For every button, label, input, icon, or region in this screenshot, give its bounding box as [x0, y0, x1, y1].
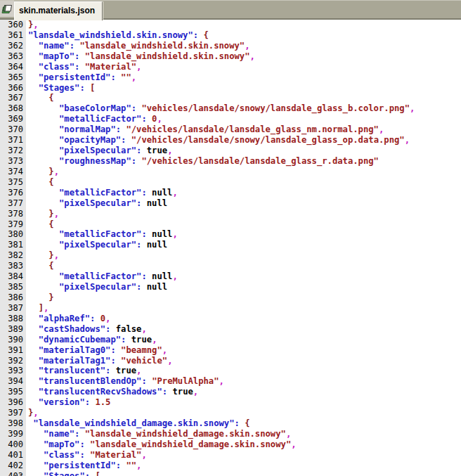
line-number: 362	[0, 41, 26, 51]
code-line[interactable]: ],	[28, 303, 461, 314]
line-number: 375	[0, 177, 26, 188]
line-number: 365	[0, 72, 26, 83]
line-number: 384	[0, 271, 26, 282]
line-number: 363	[0, 51, 26, 62]
line-number: 378	[0, 209, 26, 219]
code-line[interactable]: "pixelSpecular": null	[28, 282, 461, 292]
line-number: 366	[0, 83, 26, 94]
line-number: 401	[0, 450, 26, 461]
code-line[interactable]: "dynamicCubemap": true,	[28, 335, 461, 345]
code-line[interactable]: "mapTo": "lansdale_windshield_damage.ski…	[28, 439, 461, 450]
line-number-gutter: 3603613623633643653663673683693703713723…	[0, 20, 26, 476]
tab-skin-materials-json[interactable]: skin.materials.json	[14, 1, 103, 20]
code-line[interactable]: "pixelSpecular": null	[28, 198, 461, 209]
code-line[interactable]: "persistentId": "",	[28, 72, 461, 83]
line-number: 368	[0, 103, 26, 114]
code-line[interactable]: "castShadows": false,	[28, 324, 461, 335]
line-number: 373	[0, 156, 26, 167]
line-number: 397	[0, 408, 26, 418]
code-line[interactable]: },	[28, 408, 461, 418]
code-line[interactable]: {	[28, 177, 461, 188]
code-line[interactable]: }	[28, 292, 461, 303]
code-line[interactable]: },	[28, 167, 461, 177]
line-number: 393	[0, 366, 26, 376]
line-number: 396	[0, 397, 26, 408]
line-number: 371	[0, 135, 26, 146]
editor[interactable]: 3603613623633643653663673683693703713723…	[0, 20, 461, 476]
code-line[interactable]: "lansdale_windshield.skin.snowy": {	[28, 30, 461, 41]
code-line[interactable]: "version": 1.5	[28, 397, 461, 408]
tab-bar: skin.materials.json	[0, 0, 461, 20]
code-line[interactable]: "persistentId": "",	[28, 461, 461, 471]
line-number: 399	[0, 429, 26, 439]
code-line[interactable]: },	[28, 20, 461, 30]
code-line[interactable]: "class": "Material",	[28, 450, 461, 461]
code-line[interactable]: "translucentRecvShadows": true,	[28, 387, 461, 397]
code-line[interactable]: {	[28, 261, 461, 271]
line-number: 382	[0, 250, 26, 261]
line-number: 403	[0, 471, 26, 476]
code-line[interactable]: "translucentBlendOp": "PreMulAlpha",	[28, 376, 461, 387]
code-line[interactable]: "lansdale_windshield_damage.skin.snowy":…	[28, 418, 461, 429]
line-number: 370	[0, 124, 26, 135]
code-line[interactable]: "normalMap": "/vehicles/lansdale/lansdal…	[28, 124, 461, 135]
line-number: 380	[0, 229, 26, 240]
file-icon-zone	[0, 1, 14, 17]
line-number: 381	[0, 240, 26, 250]
line-number: 361	[0, 30, 26, 41]
code-line[interactable]: },	[28, 209, 461, 219]
code-line[interactable]: },	[28, 250, 461, 261]
code-line[interactable]: "Stages": [	[28, 83, 461, 94]
code-line[interactable]: "class": "Material",	[28, 62, 461, 72]
code-line[interactable]: {	[28, 219, 461, 230]
code-line[interactable]: "opacityMap": "/vehicles/lansdale/snowy/…	[28, 135, 461, 146]
code-area[interactable]: },"lansdale_windshield.skin.snowy": { "n…	[26, 20, 461, 476]
code-line[interactable]: "materialTag1": "vehicle",	[28, 356, 461, 366]
line-number: 372	[0, 146, 26, 156]
line-number: 385	[0, 282, 26, 292]
line-number: 398	[0, 418, 26, 429]
line-number: 377	[0, 198, 26, 209]
code-line[interactable]: {	[28, 93, 461, 103]
code-line[interactable]: "mapTo": "lansdale_windshield.skin.snowy…	[28, 51, 461, 62]
line-number: 379	[0, 219, 26, 230]
code-line[interactable]: "roughnessMap": "/vehicles/lansdale/lans…	[28, 156, 461, 167]
line-number: 386	[0, 292, 26, 303]
line-number: 388	[0, 314, 26, 324]
line-number: 369	[0, 114, 26, 124]
code-line[interactable]: "metallicFactor": 0,	[28, 114, 461, 124]
line-number: 391	[0, 345, 26, 356]
line-number: 392	[0, 356, 26, 366]
line-number: 390	[0, 335, 26, 345]
line-number: 364	[0, 62, 26, 72]
line-number: 394	[0, 376, 26, 387]
line-number: 387	[0, 303, 26, 314]
code-line[interactable]: "pixelSpecular": true,	[28, 146, 461, 156]
line-number: 360	[0, 20, 26, 30]
line-number: 402	[0, 461, 26, 471]
tab-strip-filler	[103, 1, 461, 20]
line-number: 395	[0, 387, 26, 397]
line-number: 367	[0, 93, 26, 103]
code-line[interactable]: "Stages": [	[28, 471, 461, 476]
code-line[interactable]: "name": "lansdale_windshield.skin.snowy"…	[28, 41, 461, 51]
code-line[interactable]: "name": "lansdale_windshield_damage.skin…	[28, 429, 461, 439]
code-line[interactable]: "translucent": true,	[28, 366, 461, 376]
document-icon	[1, 4, 13, 14]
line-number: 383	[0, 261, 26, 271]
line-number: 400	[0, 439, 26, 450]
code-line[interactable]: "metallicFactor": null,	[28, 188, 461, 198]
code-line[interactable]: "alphaRef": 0,	[28, 314, 461, 324]
code-line[interactable]: "metallicFactor": null,	[28, 271, 461, 282]
code-line[interactable]: "materialTag0": "beamng",	[28, 345, 461, 356]
line-number: 376	[0, 188, 26, 198]
code-line[interactable]: "pixelSpecular": null	[28, 240, 461, 250]
tab-label: skin.materials.json	[19, 6, 95, 15]
line-number: 374	[0, 167, 26, 177]
code-line[interactable]: "metallicFactor": null,	[28, 229, 461, 240]
code-line[interactable]: "baseColorMap": "vehicles/lansdale/snowy…	[28, 103, 461, 114]
line-number: 389	[0, 324, 26, 335]
